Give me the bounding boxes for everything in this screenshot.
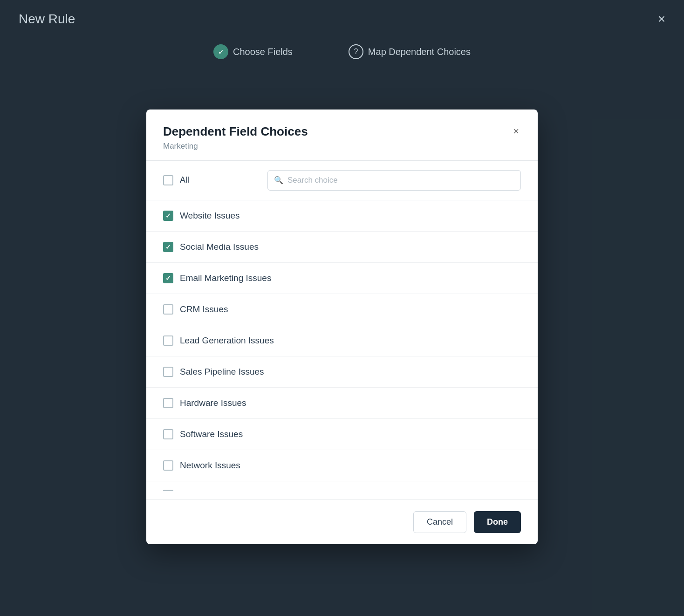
list-item-label-1: Social Media Issues <box>180 242 259 252</box>
item-checkbox-4[interactable] <box>163 335 173 346</box>
all-label: All <box>180 175 189 185</box>
list-item[interactable]: Social Media Issues <box>146 232 538 263</box>
item-checkbox-1[interactable] <box>163 242 173 252</box>
cancel-button[interactable]: Cancel <box>413 511 466 533</box>
all-checkbox[interactable] <box>163 175 173 185</box>
modal-close-button[interactable]: × <box>511 124 521 138</box>
partial-line <box>163 490 173 491</box>
done-button[interactable]: Done <box>474 511 521 533</box>
list-item-label-7: Software Issues <box>180 429 243 439</box>
item-checkbox-5[interactable] <box>163 367 173 377</box>
modal-header-left: Dependent Field Choices Marketing <box>163 124 308 151</box>
modal-list: Website Issues Social Media Issues Email… <box>146 200 538 500</box>
search-icon: 🔍 <box>274 176 283 185</box>
modal-backdrop: Dependent Field Choices Marketing × All … <box>0 0 684 616</box>
list-item-label-0: Website Issues <box>180 211 239 221</box>
modal-header: Dependent Field Choices Marketing × <box>146 110 538 161</box>
list-item[interactable]: Software Issues <box>146 419 538 450</box>
list-item[interactable]: CRM Issues <box>146 294 538 325</box>
item-checkbox-2[interactable] <box>163 273 173 283</box>
list-item-label-2: Email Marketing Issues <box>180 273 271 283</box>
all-checkbox-row: All <box>163 175 256 185</box>
item-checkbox-6[interactable] <box>163 398 173 408</box>
list-item[interactable]: Network Issues <box>146 450 538 481</box>
modal-subtitle: Marketing <box>163 142 308 151</box>
modal-footer: Cancel Done <box>146 500 538 544</box>
modal-title: Dependent Field Choices <box>163 124 308 139</box>
search-input-wrapper: 🔍 <box>267 170 521 191</box>
list-item-label-5: Sales Pipeline Issues <box>180 367 264 377</box>
search-input[interactable] <box>267 170 521 191</box>
list-item[interactable]: Email Marketing Issues <box>146 263 538 294</box>
item-checkbox-7[interactable] <box>163 429 173 439</box>
list-item[interactable]: Lead Generation Issues <box>146 325 538 356</box>
modal: Dependent Field Choices Marketing × All … <box>146 110 538 544</box>
list-item-label-8: Network Issues <box>180 460 240 471</box>
list-item[interactable]: Hardware Issues <box>146 388 538 419</box>
list-item[interactable]: Sales Pipeline Issues <box>146 356 538 388</box>
list-item-label-6: Hardware Issues <box>180 398 246 408</box>
modal-search-bar: All 🔍 <box>146 161 538 200</box>
list-item[interactable]: Website Issues <box>146 200 538 232</box>
item-checkbox-3[interactable] <box>163 304 173 315</box>
item-checkbox-0[interactable] <box>163 211 173 221</box>
item-checkbox-8[interactable] <box>163 460 173 471</box>
partial-item <box>146 481 538 500</box>
list-item-label-3: CRM Issues <box>180 304 228 315</box>
list-item-label-4: Lead Generation Issues <box>180 335 274 346</box>
